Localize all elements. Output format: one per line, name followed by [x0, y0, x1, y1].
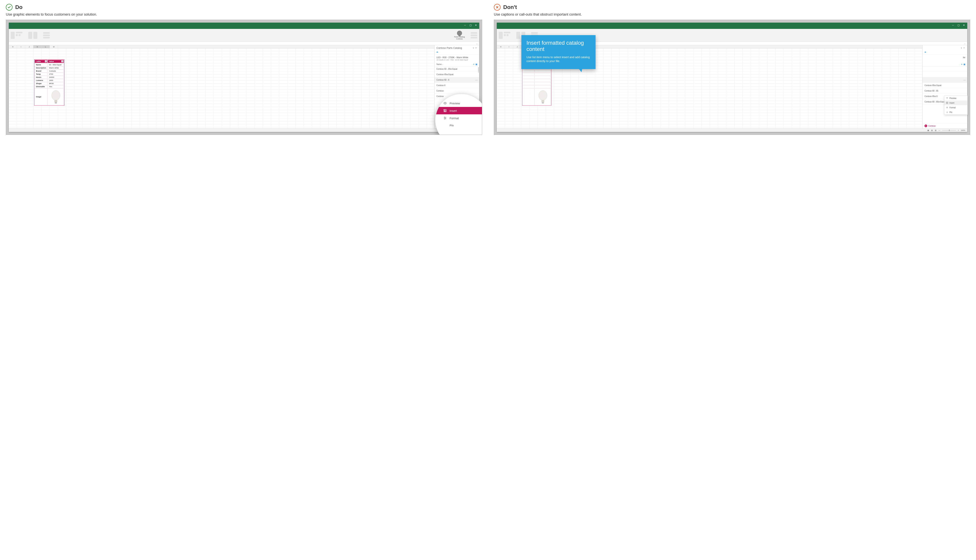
- pane-controls[interactable]: ▾ ✕: [961, 47, 965, 49]
- grid-view-icon[interactable]: ▦: [475, 63, 477, 65]
- column-header[interactable]: L: [42, 45, 50, 48]
- column-header[interactable]: H: [9, 45, 17, 48]
- sort-label[interactable]: Name: [437, 63, 442, 65]
- ribbon-button[interactable]: [11, 32, 15, 39]
- list-item[interactable]: [923, 72, 967, 77]
- sort-arrow-icon[interactable]: ↓: [442, 63, 443, 65]
- close-icon[interactable]: ✕: [475, 24, 477, 26]
- maximize-icon[interactable]: ▢: [958, 24, 959, 26]
- ribbon-button[interactable]: [16, 32, 22, 33]
- table-cell[interactable]: Warm white: [48, 66, 64, 69]
- table-cell[interactable]: Consoto: [48, 70, 64, 72]
- table-cell[interactable]: Brand: [35, 70, 47, 72]
- chevron-down-icon[interactable]: ⌄: [964, 43, 966, 45]
- ribbon-button[interactable]: [516, 32, 520, 39]
- list-item[interactable]: ⋯: [923, 77, 967, 83]
- list-item[interactable]: [923, 66, 967, 72]
- table-cell[interactable]: Image: [35, 88, 47, 105]
- ribbon-button[interactable]: [43, 37, 50, 38]
- minimize-icon[interactable]: ─: [464, 24, 466, 26]
- pane-title: Contoso Parts Catalog: [437, 47, 462, 49]
- view-normal-icon[interactable]: ▦: [928, 129, 929, 131]
- table-cell[interactable]: BR30: [48, 82, 64, 85]
- table-cell[interactable]: Description: [35, 66, 47, 69]
- addin-ribbon-button[interactable]: Parts CatalogContoso: [454, 31, 465, 40]
- chevron-down-icon[interactable]: ⌄: [476, 43, 478, 45]
- list-item[interactable]: Contoso 8: [434, 83, 479, 88]
- ribbon-button[interactable]: [507, 34, 509, 36]
- minimize-icon[interactable]: ─: [952, 24, 954, 26]
- ribbon-button[interactable]: [18, 34, 20, 36]
- ribbon-button[interactable]: [33, 32, 37, 39]
- ribbon-button[interactable]: [531, 32, 538, 34]
- list-item[interactable]: Contoso: [434, 88, 479, 94]
- menu-preview[interactable]: Preview: [944, 96, 968, 100]
- filter-dropdown-icon[interactable]: ▾: [45, 60, 47, 62]
- ribbon-button[interactable]: [504, 32, 511, 33]
- list-item[interactable]: Contoso 60 - 65: [923, 88, 967, 94]
- ribbon-button[interactable]: [470, 32, 477, 34]
- grid-view-icon[interactable]: ▦: [964, 63, 965, 65]
- table-cell[interactable]: [48, 88, 64, 105]
- column-header[interactable]: M: [50, 45, 58, 48]
- breadcrumb[interactable]: ite: [923, 55, 967, 59]
- list-item[interactable]: Contoso 85w Equal: [434, 72, 479, 77]
- more-icon[interactable]: ⋯: [475, 79, 478, 82]
- ribbon-button[interactable]: [470, 35, 477, 36]
- hamburger-icon[interactable]: ≡: [923, 50, 967, 55]
- table-cell[interactable]: Name: [35, 63, 47, 66]
- ribbon-button[interactable]: [499, 32, 503, 39]
- breadcrumb[interactable]: LED - R30 - 2700K - Warm White: [434, 55, 479, 59]
- table-cell[interactable]: 2700: [48, 73, 64, 75]
- column-header[interactable]: I: [505, 45, 513, 48]
- ribbon-button[interactable]: [43, 35, 50, 36]
- menu-format[interactable]: Format: [440, 114, 482, 122]
- spreadsheet[interactable]: HIJKLM Lable▾Value▾ Name60 - 65w EqualDe…: [9, 45, 434, 128]
- table-cell[interactable]: 60 - 65w Equal: [48, 63, 64, 66]
- table-cell[interactable]: Hours: [35, 76, 47, 78]
- menu-pin[interactable]: Pin: [440, 122, 482, 129]
- list-item[interactable]: Contoso 60 - 6⋯: [434, 77, 479, 83]
- ribbon-button[interactable]: [43, 32, 50, 34]
- table-header[interactable]: Lable▾: [35, 60, 47, 63]
- hamburger-icon[interactable]: ≡: [434, 50, 479, 55]
- ribbon-button[interactable]: [16, 34, 18, 36]
- menu-preview[interactable]: Preview: [440, 100, 482, 107]
- table-cell[interactable]: Temp: [35, 73, 47, 75]
- column-header[interactable]: J: [513, 45, 521, 48]
- view-break-icon[interactable]: ▥: [935, 129, 937, 131]
- formula-bar[interactable]: ⌄: [9, 42, 479, 45]
- table-cell[interactable]: Shape: [35, 82, 47, 85]
- list-view-icon[interactable]: ≡: [473, 63, 474, 65]
- ribbon-button[interactable]: [470, 37, 477, 38]
- inserted-table[interactable]: Lable▾Value▾ Name60 - 65w EqualDescripti…: [34, 59, 64, 105]
- column-header[interactable]: I: [17, 45, 25, 48]
- filter-dropdown-icon[interactable]: ▾: [61, 60, 63, 62]
- column-header[interactable]: J: [25, 45, 33, 48]
- menu-insert[interactable]: Insert: [435, 107, 482, 114]
- list-view-icon[interactable]: ≡: [961, 63, 962, 65]
- menu-pin[interactable]: Pin: [944, 110, 968, 115]
- maximize-icon[interactable]: ▢: [469, 24, 471, 26]
- ribbon-button[interactable]: [28, 32, 32, 39]
- view-layout-icon[interactable]: ▤: [931, 129, 933, 131]
- close-icon[interactable]: ✕: [963, 24, 965, 26]
- table-cell[interactable]: Yes: [48, 85, 64, 88]
- pane-controls[interactable]: ▾ ✕: [473, 47, 477, 49]
- do-subtitle: Use graphic elements to focus customers …: [6, 12, 482, 17]
- svg-point-13: [444, 118, 445, 119]
- more-icon[interactable]: ⋯: [963, 79, 966, 82]
- table-header[interactable]: Value▾: [48, 60, 64, 63]
- menu-format[interactable]: Format: [944, 105, 968, 110]
- pane-title: [924, 47, 925, 49]
- column-header[interactable]: H: [497, 45, 505, 48]
- list-item[interactable]: Contoso 85w Equal: [923, 83, 967, 88]
- list-item[interactable]: Contoso 60 - 65w Equal: [434, 66, 479, 72]
- table-cell[interactable]: Dimmable: [35, 85, 47, 88]
- menu-insert[interactable]: Insert: [944, 100, 968, 105]
- table-cell[interactable]: 1600: [48, 79, 64, 82]
- column-header[interactable]: K: [33, 45, 42, 48]
- table-cell[interactable]: 24000: [48, 76, 64, 78]
- ribbon-button[interactable]: [504, 34, 506, 36]
- table-cell[interactable]: Lumens: [35, 79, 47, 82]
